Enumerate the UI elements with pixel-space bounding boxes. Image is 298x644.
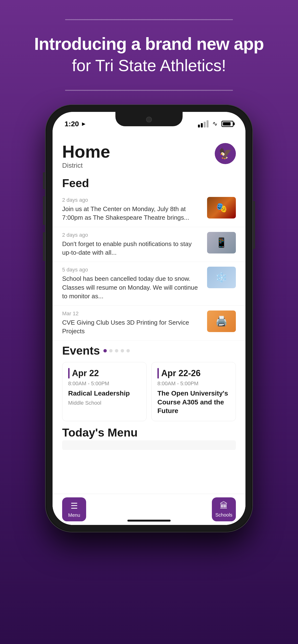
feed-meta-2: 2 days ago	[62, 232, 202, 238]
signal-icon	[198, 120, 209, 128]
phone-screen: 1:20 ► ∿ Home	[53, 112, 245, 525]
menu-tab-button[interactable]: ☰ Menu	[62, 498, 86, 521]
schools-icon: 🏛	[220, 501, 228, 510]
tab-schools[interactable]: 🏛 Schools	[212, 498, 236, 521]
dot-5	[126, 349, 130, 352]
feed-desc-3: School has been cancelled today due to s…	[62, 274, 202, 300]
avatar[interactable]: 🦅	[215, 143, 236, 164]
page-title: Home	[62, 143, 110, 160]
feed-meta-4: Mar 12	[62, 310, 202, 317]
dot-3	[115, 349, 118, 352]
side-button-mute	[43, 172, 45, 189]
headline-line1: Introducing a brand new app	[34, 34, 264, 54]
header-text: Home District	[62, 143, 110, 170]
menu-icon: ☰	[71, 501, 78, 510]
side-button-vol-down	[43, 232, 45, 261]
feed-desc-4: CVE Giving Club Uses 3D Printing for Ser…	[62, 318, 202, 336]
dot-4	[121, 349, 124, 352]
events-cards: Apr 22 8:00AM - 5:00PM Radical Leadershi…	[53, 360, 245, 424]
feed-thumb-3: ❄️	[207, 267, 236, 288]
schools-tab-button[interactable]: 🏛 Schools	[212, 498, 236, 521]
event-time-2: 8:00AM - 5:00PM	[158, 380, 230, 387]
feed-item-1[interactable]: 2 days ago Join us at The Center on Mond…	[53, 192, 245, 227]
event-card-1[interactable]: Apr 22 8:00AM - 5:00PM Radical Leadershi…	[62, 362, 146, 421]
event-date-1: Apr 22	[72, 368, 99, 378]
headline-line2: for Tri State Athletics!	[34, 56, 264, 76]
event-bar-2	[158, 368, 159, 378]
notch-cutout	[115, 112, 183, 126]
phone-mockup: 1:20 ► ∿ Home	[46, 105, 252, 532]
menu-placeholder	[62, 440, 236, 450]
feed-meta-1: 2 days ago	[62, 197, 202, 203]
feed-item-2[interactable]: 2 days ago Don't forget to enable push n…	[53, 227, 245, 262]
feed-desc-1: Join us at The Center on Monday, July 8t…	[62, 204, 202, 222]
event-bar-1	[68, 368, 70, 378]
feed-item-4[interactable]: Mar 12 CVE Giving Club Uses 3D Printing …	[53, 306, 245, 341]
event-card-2[interactable]: Apr 22-26 8:00AM - 5:00PM The Open Unive…	[152, 362, 236, 421]
todays-menu-title: Today's Menu	[53, 424, 245, 440]
top-divider	[65, 19, 233, 20]
feed-thumb-2: 📱	[207, 232, 236, 254]
app-header: Home District 🦅	[53, 136, 245, 174]
status-bar: 1:20 ► ∿	[53, 112, 245, 136]
events-title: Events	[62, 344, 100, 357]
side-button-power	[253, 201, 255, 249]
schools-tab-label: Schools	[215, 512, 232, 518]
feed-section: Feed 2 days ago Join us at The Center on…	[53, 174, 245, 341]
headline-section: Introducing a brand new app for Tri Stat…	[15, 34, 283, 76]
bottom-divider	[65, 90, 233, 91]
wifi-icon: ∿	[212, 120, 218, 128]
dot-2	[109, 349, 112, 352]
page-subtitle: District	[62, 162, 110, 170]
event-name-1: Radical Leadership	[68, 389, 140, 398]
location-icon: ►	[81, 120, 87, 127]
status-icons: ∿	[198, 120, 233, 128]
feed-meta-3: 5 days ago	[62, 267, 202, 273]
battery-icon	[221, 121, 233, 127]
event-name-2: The Open University's Course A305 and th…	[158, 389, 230, 415]
event-school-1: Middle School	[68, 400, 140, 406]
front-camera	[146, 117, 152, 122]
home-indicator	[127, 520, 171, 522]
feed-title: Feed	[53, 174, 245, 192]
app-content: Home District 🦅 Feed 2 days ago Join us …	[53, 136, 245, 525]
event-date-2: Apr 22-26	[161, 368, 201, 378]
feed-item-3[interactable]: 5 days ago School has been cancelled tod…	[53, 262, 245, 306]
mascot-icon: 🦅	[219, 147, 232, 160]
side-button-vol-up	[43, 196, 45, 225]
feed-thumb-4: 🖨️	[207, 310, 236, 332]
events-header: Events	[53, 340, 245, 360]
feed-desc-2: Don't forget to enable push notification…	[62, 240, 202, 257]
feed-thumb-1: 🎭	[207, 197, 236, 218]
tab-menu[interactable]: ☰ Menu	[62, 498, 86, 521]
menu-tab-label: Menu	[68, 512, 80, 518]
events-dots	[103, 349, 130, 352]
event-time-1: 8:00AM - 5:00PM	[68, 380, 140, 387]
status-time: 1:20 ►	[65, 120, 87, 128]
dot-1	[103, 349, 107, 352]
